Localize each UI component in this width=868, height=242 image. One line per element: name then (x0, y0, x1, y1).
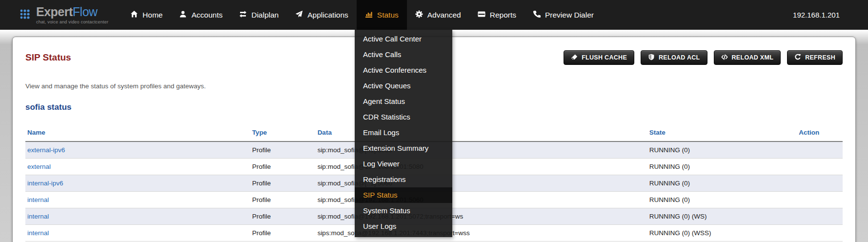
nav-item-applications[interactable]: Applications (287, 0, 357, 30)
menu-item-active-queues[interactable]: Active Queues (355, 78, 452, 94)
column-header-action: Action (797, 125, 843, 141)
profile-link[interactable]: internal (27, 196, 49, 203)
button-label: RELOAD XML (732, 54, 774, 61)
nav-item-advanced[interactable]: Advanced (407, 0, 469, 30)
nav-item-label: Home (142, 11, 162, 20)
nav-item-label: Accounts (191, 11, 222, 20)
menu-item-cdr-statistics[interactable]: CDR Statistics (355, 109, 452, 125)
profile-link[interactable]: internal-ipv6 (27, 180, 63, 187)
paper-plane-icon (295, 10, 303, 20)
reload-xml-button[interactable]: RELOAD XML (714, 50, 781, 65)
nav-item-label: Applications (307, 11, 348, 20)
state-cell: RUNNING (0) (WS) (647, 208, 797, 225)
menu-item-extension-summary[interactable]: Extension Summary (355, 141, 452, 156)
logo-text: ExpertFlow chat, voice and video contact… (36, 5, 108, 24)
nav-item-label: Dialplan (251, 11, 279, 20)
home-icon (130, 10, 138, 20)
page-title: SIP Status (25, 52, 71, 63)
menu-item-active-conferences[interactable]: Active Conferences (355, 62, 452, 78)
column-header-name: Name (25, 125, 250, 141)
eraser-icon (571, 54, 578, 62)
button-label: REFRESH (805, 54, 835, 61)
nav-item-reports[interactable]: Reports (469, 0, 525, 30)
type-cell: Profile (250, 159, 316, 175)
flush-cache-button[interactable]: FLUSH CACHE (564, 50, 634, 65)
app-screen: ExpertFlow chat, voice and video contact… (0, 0, 868, 242)
state-cell: RUNNING (0) (647, 175, 797, 192)
nav-item-label: Reports (490, 11, 516, 20)
nav-item-home[interactable]: Home (122, 0, 171, 30)
action-cell (797, 175, 843, 192)
profile-link[interactable]: external (27, 163, 51, 170)
menu-item-registrations[interactable]: Registrations (355, 172, 452, 187)
gear-icon (415, 10, 423, 20)
action-cell (797, 192, 843, 208)
menu-item-active-call-center[interactable]: Active Call Center (355, 31, 452, 47)
nav-item-status[interactable]: Status (357, 0, 407, 30)
nav-item-label: Preview Dialer (545, 11, 594, 20)
brand-flow: Flow (73, 5, 98, 19)
status-dropdown-menu: Active Call Center Active Calls Active C… (355, 30, 452, 237)
toolbar: FLUSH CACHE RELOAD ACL RELOAD XML REFRES… (564, 50, 843, 65)
type-cell: Profile (250, 141, 316, 159)
brand-tagline: chat, voice and video contactcenter (36, 20, 108, 24)
action-cell (797, 208, 843, 225)
exchange-icon (239, 10, 247, 20)
brand-expert: Expert (36, 5, 73, 19)
brand-logo[interactable]: ExpertFlow chat, voice and video contact… (20, 5, 108, 24)
button-label: RELOAD ACL (659, 54, 700, 61)
server-address: 192.168.1.201 (793, 11, 840, 19)
menu-item-email-logs[interactable]: Email Logs (355, 125, 452, 141)
code-icon (721, 54, 728, 62)
nav-item-preview-dialer[interactable]: Preview Dialer (525, 0, 602, 30)
type-cell: Profile (250, 225, 316, 242)
column-header-type: Type (250, 125, 316, 141)
nav-item-label: Status (377, 11, 399, 20)
menu-item-active-calls[interactable]: Active Calls (355, 47, 452, 62)
menu-item-sip-status[interactable]: SIP Status (355, 187, 452, 203)
menu-item-user-logs[interactable]: User Logs (355, 219, 452, 234)
nav-item-accounts[interactable]: Accounts (171, 0, 231, 30)
state-cell: RUNNING (0) (647, 141, 797, 159)
button-label: FLUSH CACHE (582, 54, 627, 61)
action-cell (797, 225, 843, 242)
nav-menu: Home Accounts Dialplan Applications Stat… (122, 0, 602, 30)
menu-item-agent-status[interactable]: Agent Status (355, 94, 452, 109)
reload-acl-button[interactable]: RELOAD ACL (641, 50, 707, 65)
logo-dots-icon (20, 8, 32, 22)
type-cell: Profile (250, 175, 316, 192)
type-cell: Profile (250, 192, 316, 208)
action-cell (797, 159, 843, 175)
refresh-icon (794, 54, 801, 62)
action-cell (797, 141, 843, 159)
nav-item-label: Advanced (427, 11, 461, 20)
menu-item-log-viewer[interactable]: Log Viewer (355, 156, 452, 172)
profile-link[interactable]: internal (27, 213, 49, 220)
type-cell: Profile (250, 208, 316, 225)
bar-chart-icon (365, 10, 373, 20)
state-cell: RUNNING (0) (WSS) (647, 225, 797, 242)
phone-icon (533, 10, 541, 20)
user-icon (179, 10, 187, 20)
column-header-state: State (647, 125, 797, 141)
profile-link[interactable]: external-ipv6 (27, 146, 65, 154)
state-cell: RUNNING (0) (647, 192, 797, 208)
nav-item-dialplan[interactable]: Dialplan (231, 0, 287, 30)
refresh-button[interactable]: REFRESH (787, 50, 843, 65)
hdd-icon (478, 10, 485, 20)
top-navbar: ExpertFlow chat, voice and video contact… (0, 0, 868, 30)
profile-link[interactable]: internal (27, 229, 49, 237)
state-cell: RUNNING (0) (647, 159, 797, 175)
shield-icon (648, 54, 655, 62)
menu-item-system-status[interactable]: System Status (355, 203, 452, 219)
